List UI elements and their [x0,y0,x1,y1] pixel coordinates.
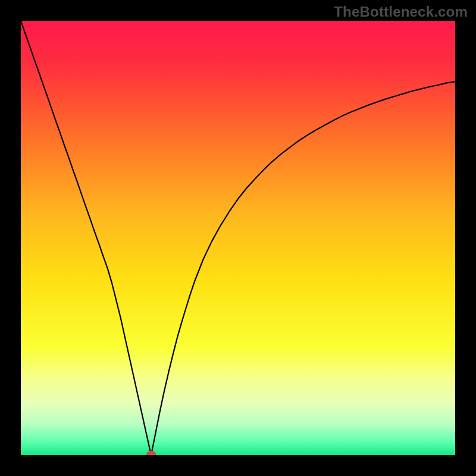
gradient-background [21,21,455,455]
plot-area [21,21,455,455]
watermark-text: TheBottleneck.com [334,4,468,20]
bottleneck-chart [21,21,455,455]
chart-frame: TheBottleneck.com [0,0,476,476]
